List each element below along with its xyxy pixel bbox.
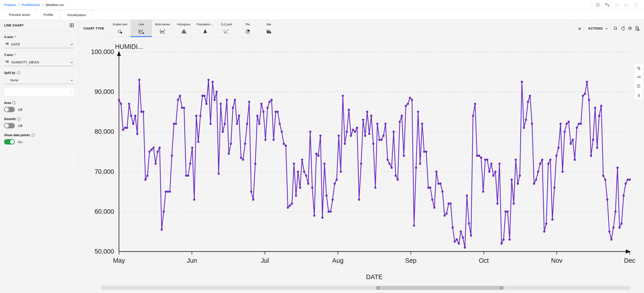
line-chart-svg: 50.00060.00070.00080.00090.000100.000May… xyxy=(81,42,640,282)
svg-text:DATE: DATE xyxy=(366,273,383,281)
history-icon[interactable] xyxy=(612,0,621,9)
svg-rect-29 xyxy=(203,33,207,33)
svg-point-183 xyxy=(315,153,318,155)
field-type-icon xyxy=(6,42,9,46)
upload-icon[interactable] xyxy=(627,25,633,31)
svg-point-244 xyxy=(440,183,442,185)
info-icon[interactable]: i xyxy=(32,133,35,137)
svg-point-229 xyxy=(409,97,411,99)
charttype-population[interactable]: Population ... xyxy=(194,20,216,37)
charttype-qq-label: Q-Q plot xyxy=(221,23,232,26)
top-tabs: Preview asset Profile Visualization xyxy=(0,10,644,20)
svg-point-35 xyxy=(225,31,226,32)
charttype-bar[interactable]: Bar xyxy=(258,20,280,37)
yaxis-select[interactable]: HUMIDITY_MEAN xyxy=(4,58,74,66)
plot[interactable]: 50.00060.00070.00080.00090.000100.000May… xyxy=(78,37,644,285)
range-handle-right[interactable] xyxy=(500,286,504,290)
svg-point-87 xyxy=(120,103,122,105)
range-selection[interactable] xyxy=(376,286,504,290)
svg-point-283 xyxy=(519,175,521,177)
svg-point-247 xyxy=(446,213,448,215)
svg-point-239 xyxy=(429,187,432,189)
apps-icon[interactable] xyxy=(631,0,640,9)
svg-rect-6 xyxy=(636,3,637,4)
save-chart-icon[interactable] xyxy=(634,25,640,31)
svg-point-294 xyxy=(541,159,543,161)
charttype-multiseries[interactable]: Multi-series xyxy=(152,20,173,37)
svg-point-305 xyxy=(564,131,566,133)
flow-icon[interactable] xyxy=(603,0,612,9)
actions-dropdown[interactable]: ACTIONS xyxy=(588,27,608,30)
tab-visualization[interactable]: Visualization xyxy=(60,10,93,19)
breadcrumb-projects[interactable]: Projects xyxy=(4,3,16,7)
svg-point-313 xyxy=(580,123,582,125)
svg-point-266 xyxy=(484,159,486,161)
actions-block: ACTIONS xyxy=(584,20,644,37)
svg-point-129 xyxy=(206,103,208,105)
svg-marker-65 xyxy=(117,51,121,56)
charttype-scatter[interactable]: Scatter plot xyxy=(109,20,130,37)
svg-rect-14 xyxy=(7,60,8,61)
smooth-toggle[interactable] xyxy=(4,123,15,128)
refresh-icon[interactable] xyxy=(620,25,626,31)
tab-preview-asset[interactable]: Preview asset xyxy=(2,10,37,19)
splitby-sub-select[interactable] xyxy=(4,87,74,96)
svg-point-275 xyxy=(502,238,505,241)
svg-point-315 xyxy=(584,93,586,95)
select-icon[interactable] xyxy=(612,25,619,31)
svg-point-262 xyxy=(476,155,478,157)
svg-point-150 xyxy=(248,101,250,103)
svg-point-130 xyxy=(208,79,210,81)
svg-point-205 xyxy=(360,163,362,165)
svg-point-169 xyxy=(287,207,289,209)
area-toggle[interactable] xyxy=(4,107,15,112)
svg-point-142 xyxy=(232,107,234,109)
info-icon[interactable] xyxy=(593,0,602,9)
collapse-sidebar-icon[interactable] xyxy=(69,23,74,28)
range-handle-left[interactable] xyxy=(376,286,380,290)
charttype-pie[interactable]: Pie xyxy=(237,20,258,37)
splitby-select[interactable]: None xyxy=(4,76,74,84)
xaxis-value: DATE xyxy=(11,42,20,46)
svg-point-319 xyxy=(592,139,594,141)
breadcrumb-sep: / xyxy=(42,3,43,7)
svg-point-321 xyxy=(596,146,598,149)
charttype-qq[interactable]: Q-Q plot xyxy=(216,20,237,37)
svg-point-179 xyxy=(307,183,310,185)
actions-label: ACTIONS xyxy=(588,27,603,30)
svg-point-135 xyxy=(218,173,220,175)
svg-point-255 xyxy=(462,236,464,239)
undo-icon[interactable] xyxy=(634,73,643,82)
svg-text:Aug: Aug xyxy=(332,257,344,264)
comment-icon[interactable] xyxy=(622,0,630,9)
actions-icons xyxy=(612,25,640,31)
breadcrumb-profiledemo[interactable]: ProfileDemo xyxy=(22,3,40,7)
svg-point-277 xyxy=(506,211,509,213)
splitby-label-text: Split by xyxy=(4,71,16,75)
xaxis-select[interactable]: DATE xyxy=(4,40,74,48)
charttype-histogram[interactable]: Histogram xyxy=(173,20,194,37)
svg-point-326 xyxy=(606,199,608,201)
svg-point-308 xyxy=(570,143,572,145)
charttype-more[interactable] xyxy=(574,20,584,37)
reset-icon[interactable] xyxy=(634,82,643,91)
svg-point-172 xyxy=(293,163,295,165)
svg-point-251 xyxy=(454,240,456,243)
svg-point-121 xyxy=(189,163,191,165)
svg-point-98 xyxy=(142,111,145,113)
svg-point-236 xyxy=(423,151,425,153)
download-icon[interactable] xyxy=(634,91,643,100)
pie-icon xyxy=(245,28,251,34)
tab-profile[interactable]: Profile xyxy=(37,10,60,19)
crop-icon[interactable] xyxy=(634,64,643,73)
svg-point-282 xyxy=(517,183,519,185)
info-icon[interactable]: i xyxy=(12,101,16,105)
charttype-line[interactable]: Line xyxy=(130,20,152,37)
svg-point-234 xyxy=(419,163,421,165)
range-scrollbar[interactable] xyxy=(101,286,630,290)
sidebar: LINE CHART X-axis* DATE xyxy=(0,20,78,293)
svg-point-174 xyxy=(297,170,299,173)
showpoints-toggle[interactable] xyxy=(4,139,15,144)
info-icon[interactable]: i xyxy=(17,71,20,75)
info-icon[interactable]: i xyxy=(17,117,21,121)
